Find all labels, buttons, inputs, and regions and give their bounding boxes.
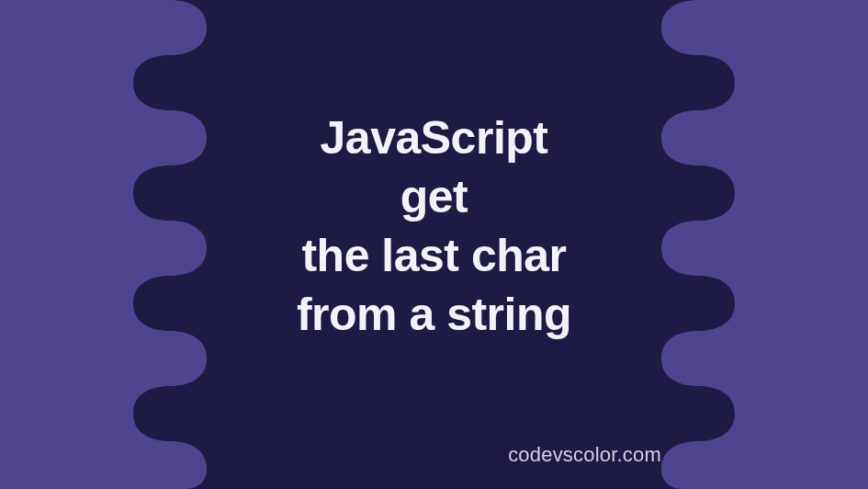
title-line-2: get: [297, 167, 571, 226]
title-line-3: the last char: [297, 226, 571, 285]
content-wrapper: JavaScript get the last char from a stri…: [0, 0, 868, 489]
banner-title: JavaScript get the last char from a stri…: [297, 108, 571, 344]
title-line-1: JavaScript: [297, 108, 571, 167]
banner-canvas: JavaScript get the last char from a stri…: [0, 0, 868, 489]
footer-attribution: codevscolor.com: [508, 443, 661, 467]
title-line-4: from a string: [297, 285, 571, 344]
